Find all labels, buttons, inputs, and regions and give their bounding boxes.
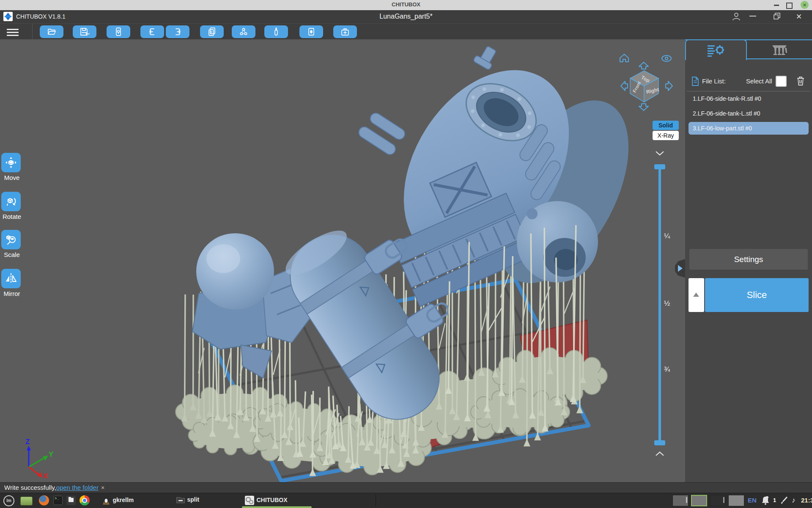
status-bar: Write successfully,open the folder× bbox=[0, 482, 812, 493]
app-minimize-button[interactable] bbox=[749, 16, 756, 17]
rotate-tool-label: Rotate bbox=[0, 213, 24, 220]
split-folder-icon bbox=[176, 495, 185, 505]
firefox-launcher-icon[interactable] bbox=[39, 495, 49, 505]
repair-icon bbox=[340, 27, 350, 36]
settings-button[interactable]: Settings bbox=[689, 249, 808, 270]
repair-button[interactable] bbox=[333, 25, 357, 38]
slice-options-button[interactable] bbox=[689, 278, 704, 312]
mirror-tool-label: Mirror bbox=[0, 290, 24, 297]
terminal-launcher-icon[interactable]: >_ bbox=[53, 496, 63, 505]
mirror-tool-button[interactable] bbox=[1, 269, 21, 288]
show-desktop-button[interactable] bbox=[20, 497, 33, 505]
file-row[interactable]: 1.LF-06-side-tank-R.stl #0 bbox=[693, 94, 804, 104]
tab-supports[interactable] bbox=[747, 40, 812, 59]
redo-icon bbox=[173, 27, 182, 36]
open-folder-icon bbox=[47, 27, 56, 36]
language-indicator[interactable]: EN bbox=[748, 497, 757, 504]
redo-button[interactable] bbox=[166, 25, 189, 38]
save-button[interactable] bbox=[73, 25, 96, 38]
supports-tab-icon bbox=[770, 43, 789, 57]
select-all-checkbox[interactable] bbox=[776, 76, 787, 87]
model-main-body[interactable] bbox=[357, 40, 656, 307]
rotate-tool-button[interactable] bbox=[1, 192, 21, 211]
file-list-separator bbox=[687, 91, 810, 91]
right-panel: File List: Select All 1.LF-06-side-tank-… bbox=[685, 39, 812, 482]
files-launcher-icon[interactable] bbox=[66, 496, 76, 505]
move-tool-button[interactable] bbox=[1, 153, 21, 172]
app-restore-button[interactable] bbox=[773, 12, 781, 22]
main-area: Move Rotate Scale Mirror bbox=[0, 39, 812, 482]
workspace-3[interactable] bbox=[710, 495, 726, 506]
layer-slider-handle-top[interactable] bbox=[654, 164, 665, 169]
document-title: LunaGans_part5* bbox=[0, 13, 812, 20]
slider-expand-chevron[interactable] bbox=[655, 451, 665, 457]
delete-files-icon[interactable] bbox=[796, 76, 805, 86]
status-dismiss-button[interactable]: × bbox=[101, 484, 104, 491]
open-button[interactable] bbox=[40, 25, 63, 38]
chrome-launcher-icon[interactable] bbox=[80, 495, 90, 505]
taskbar-window-gkrellm[interactable]: gkrellm bbox=[102, 495, 134, 505]
layer-slider-handle-bottom[interactable] bbox=[654, 440, 665, 445]
xray-mode-button[interactable]: X-Ray bbox=[653, 131, 679, 140]
app-title-bar: CHITUBOX V1.8.1 LunaGans_part5* ✕ bbox=[0, 10, 812, 23]
taskbar-window-chitubox[interactable]: CHITUBOX bbox=[244, 495, 288, 505]
wm-maximize-button[interactable] bbox=[786, 3, 793, 9]
scale-tool-button[interactable] bbox=[1, 230, 21, 249]
axis-x-label: X bbox=[43, 472, 48, 479]
status-message: Write successfully, bbox=[4, 484, 56, 491]
file-list-label: File List: bbox=[702, 77, 726, 85]
undo-button[interactable] bbox=[140, 25, 164, 38]
workspace-2-active[interactable] bbox=[691, 495, 707, 506]
layer-slider-track[interactable] bbox=[658, 167, 661, 443]
app-close-button[interactable]: ✕ bbox=[796, 12, 802, 21]
clock[interactable]: 21:32 bbox=[801, 497, 812, 504]
select-all-label: Select All bbox=[746, 77, 772, 85]
axis-y-label: Y bbox=[49, 450, 54, 458]
rotate-left-arrow[interactable] bbox=[621, 81, 628, 91]
taskbar-window-split[interactable]: split bbox=[176, 495, 199, 505]
workspace-1[interactable] bbox=[672, 495, 689, 506]
user-account-icon[interactable] bbox=[732, 12, 741, 23]
plate-button[interactable] bbox=[107, 25, 130, 38]
file-row[interactable]: 2.LF-06-side-tank-L.stl #0 bbox=[693, 108, 804, 119]
file-list-header: File List: Select All bbox=[691, 76, 806, 88]
slider-half-label: ½ bbox=[664, 299, 670, 308]
rotate-right-arrow[interactable] bbox=[666, 81, 672, 91]
notification-bell-icon[interactable] bbox=[761, 496, 770, 507]
slice-button[interactable]: Slice bbox=[705, 278, 809, 312]
paintbrush-tray-icon[interactable] bbox=[780, 496, 788, 507]
tab-settings[interactable] bbox=[685, 39, 747, 60]
gkrellm-icon bbox=[102, 495, 111, 505]
hollow-button[interactable] bbox=[232, 25, 255, 38]
view-cube[interactable]: Top Front Right bbox=[613, 51, 681, 119]
dig-hole-icon bbox=[272, 27, 281, 36]
file-row-selected[interactable]: 3.LF-06-low-part.stl #0 bbox=[689, 122, 809, 135]
taskbar: lm >_ gkrellm split CHITUBOX EN 1 ♪ 21:3… bbox=[0, 493, 812, 508]
home-view-icon[interactable] bbox=[620, 54, 628, 62]
show-hide-icon[interactable] bbox=[662, 55, 671, 61]
open-folder-link[interactable]: open the folder bbox=[56, 484, 99, 491]
toolbar-separator bbox=[32, 24, 33, 40]
copy-button[interactable] bbox=[200, 25, 224, 38]
3d-viewport[interactable]: Move Rotate Scale Mirror bbox=[0, 39, 685, 482]
wm-minimize-button[interactable] bbox=[774, 5, 779, 6]
notification-count: 1 bbox=[773, 497, 776, 503]
mint-menu-button[interactable]: lm bbox=[3, 495, 14, 506]
plate-icon bbox=[114, 27, 123, 36]
wm-close-button[interactable]: × bbox=[801, 1, 809, 9]
panel-collapse-arrow-icon bbox=[677, 264, 683, 273]
slider-collapse-chevron[interactable] bbox=[655, 150, 665, 156]
taskbar-separator bbox=[376, 495, 376, 507]
workspace-4[interactable] bbox=[728, 495, 744, 506]
save-icon bbox=[80, 27, 90, 36]
sound-tray-icon[interactable]: ♪ bbox=[792, 496, 796, 505]
menu-hamburger-icon[interactable] bbox=[7, 27, 19, 36]
split-label: split bbox=[187, 496, 199, 503]
chitubox-label: CHITUBOX bbox=[256, 497, 287, 503]
rotate-up-arrow[interactable] bbox=[639, 62, 648, 69]
solid-mode-button[interactable]: Solid bbox=[653, 121, 679, 130]
dig-hole-button[interactable] bbox=[264, 25, 288, 38]
rotate-down-arrow[interactable] bbox=[639, 104, 648, 110]
punch-hole-button[interactable] bbox=[299, 25, 323, 38]
punch-hole-icon bbox=[307, 27, 316, 36]
